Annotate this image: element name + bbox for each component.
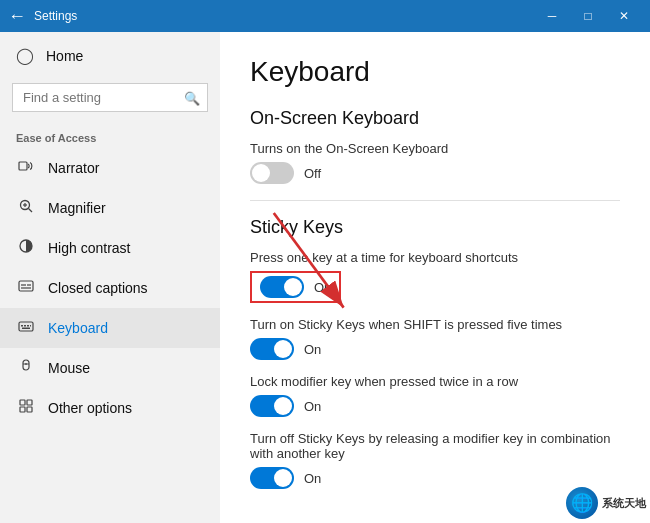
sidebar-item-closed-captions[interactable]: Closed captions — [0, 268, 220, 308]
toggle-thumb-sticky-keys-main — [284, 278, 302, 296]
section-sticky-keys: Sticky KeysPress one key at a time for k… — [250, 217, 620, 489]
closed-captions-icon — [16, 278, 36, 298]
svg-rect-20 — [27, 400, 32, 405]
setting-label-sticky-keys-lock: Lock modifier key when pressed twice in … — [250, 374, 620, 389]
toggle-track-sticky-keys-release — [250, 467, 294, 489]
toggle-sticky-keys-lock[interactable] — [250, 395, 294, 417]
toggle-sticky-keys-main[interactable] — [260, 276, 304, 298]
toggle-thumb-sticky-keys-lock — [274, 397, 292, 415]
sidebar-item-high-contrast-label: High contrast — [48, 240, 130, 256]
section-title-sticky-keys: Sticky Keys — [250, 217, 620, 238]
toggle-text-sticky-keys-shift: On — [304, 342, 321, 357]
svg-rect-10 — [19, 322, 33, 331]
home-label: Home — [46, 48, 83, 64]
sidebar-item-closed-captions-label: Closed captions — [48, 280, 148, 296]
section-divider — [250, 200, 620, 201]
toggle-track-sticky-keys-main — [260, 276, 304, 298]
sidebar-items-list: Narrator Magnifier High contrast Closed … — [0, 148, 220, 428]
sidebar-category-label: Ease of Access — [0, 124, 220, 148]
watermark-text: 系统天地 — [602, 496, 646, 511]
title-bar: ← Settings ─ □ ✕ — [0, 0, 650, 32]
toggle-thumb-sticky-keys-shift — [274, 340, 292, 358]
content-area: Keyboard On-Screen KeyboardTurns on the … — [220, 32, 650, 523]
svg-rect-12 — [24, 325, 26, 327]
sidebar-item-narrator-label: Narrator — [48, 160, 99, 176]
toggle-track-on-screen-keyboard-toggle — [250, 162, 294, 184]
sidebar-item-narrator[interactable]: Narrator — [0, 148, 220, 188]
sidebar-item-magnifier-label: Magnifier — [48, 200, 106, 216]
setting-label-sticky-keys-shift: Turn on Sticky Keys when SHIFT is presse… — [250, 317, 620, 332]
toggle-row-sticky-keys-lock: On — [250, 395, 620, 417]
maximize-button[interactable]: □ — [570, 0, 606, 32]
setting-label-sticky-keys-release: Turn off Sticky Keys by releasing a modi… — [250, 431, 620, 461]
magnifier-icon — [16, 198, 36, 218]
toggle-sticky-keys-shift[interactable] — [250, 338, 294, 360]
sidebar-item-high-contrast[interactable]: High contrast — [0, 228, 220, 268]
home-icon: ◯ — [16, 46, 34, 65]
app-body: ◯ Home 🔍 Ease of Access Narrator Magnifi… — [0, 32, 650, 523]
sidebar-item-magnifier[interactable]: Magnifier — [0, 188, 220, 228]
toggle-row-sticky-keys-release: On — [250, 467, 620, 489]
keyboard-icon — [16, 318, 36, 338]
section-on-screen-keyboard: On-Screen KeyboardTurns on the On-Screen… — [250, 108, 620, 201]
setting-label-sticky-keys-main: Press one key at a time for keyboard sho… — [250, 250, 620, 265]
svg-rect-22 — [27, 407, 32, 412]
sidebar-item-mouse[interactable]: Mouse — [0, 348, 220, 388]
watermark-globe: 🌐 — [566, 487, 598, 519]
svg-rect-6 — [19, 281, 33, 291]
other-options-icon — [16, 398, 36, 418]
window-controls: ─ □ ✕ — [534, 0, 642, 32]
back-button[interactable]: ← — [8, 7, 26, 25]
page-title: Keyboard — [250, 56, 620, 88]
setting-label-on-screen-keyboard-toggle: Turns on the On-Screen Keyboard — [250, 141, 620, 156]
svg-rect-15 — [22, 328, 30, 330]
toggle-text-sticky-keys-release: On — [304, 471, 321, 486]
watermark: 🌐 系统天地 — [566, 487, 646, 519]
mouse-icon — [16, 358, 36, 378]
toggle-sticky-keys-release[interactable] — [250, 467, 294, 489]
toggle-row-sticky-keys-main: On — [250, 271, 341, 303]
narrator-icon — [16, 158, 36, 178]
title-bar-title: Settings — [34, 9, 77, 23]
section-title-on-screen-keyboard: On-Screen Keyboard — [250, 108, 620, 129]
close-button[interactable]: ✕ — [606, 0, 642, 32]
svg-rect-14 — [30, 325, 31, 327]
search-icon: 🔍 — [184, 90, 200, 105]
toggle-track-sticky-keys-shift — [250, 338, 294, 360]
toggle-track-sticky-keys-lock — [250, 395, 294, 417]
toggle-text-sticky-keys-main: On — [314, 280, 331, 295]
toggle-text-sticky-keys-lock: On — [304, 399, 321, 414]
sidebar-item-keyboard-label: Keyboard — [48, 320, 108, 336]
search-container: 🔍 — [12, 83, 208, 112]
toggle-thumb-on-screen-keyboard-toggle — [252, 164, 270, 182]
svg-rect-19 — [20, 400, 25, 405]
sidebar-item-keyboard[interactable]: Keyboard — [0, 308, 220, 348]
toggle-thumb-sticky-keys-release — [274, 469, 292, 487]
minimize-button[interactable]: ─ — [534, 0, 570, 32]
sidebar-item-home[interactable]: ◯ Home — [0, 32, 220, 79]
sidebar-item-other-options[interactable]: Other options — [0, 388, 220, 428]
svg-rect-13 — [27, 325, 29, 327]
sidebar: ◯ Home 🔍 Ease of Access Narrator Magnifi… — [0, 32, 220, 523]
sidebar-item-mouse-label: Mouse — [48, 360, 90, 376]
high-contrast-icon — [16, 238, 36, 258]
svg-line-2 — [29, 209, 33, 213]
svg-rect-11 — [21, 325, 23, 327]
toggle-text-on-screen-keyboard-toggle: Off — [304, 166, 321, 181]
toggle-row-sticky-keys-shift: On — [250, 338, 620, 360]
toggle-row-on-screen-keyboard-toggle: Off — [250, 162, 620, 184]
svg-rect-0 — [19, 162, 27, 170]
content-sections: On-Screen KeyboardTurns on the On-Screen… — [250, 108, 620, 489]
svg-rect-21 — [20, 407, 25, 412]
toggle-on-screen-keyboard-toggle[interactable] — [250, 162, 294, 184]
sidebar-item-other-options-label: Other options — [48, 400, 132, 416]
search-input[interactable] — [12, 83, 208, 112]
